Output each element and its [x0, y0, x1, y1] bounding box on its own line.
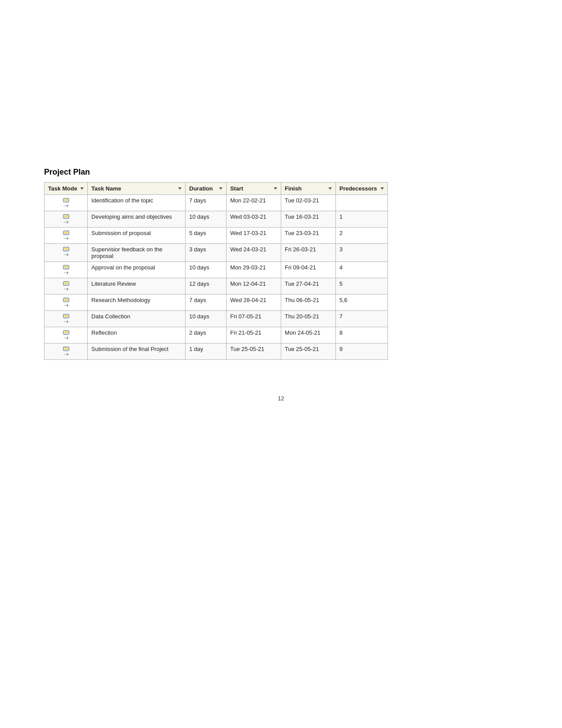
finish-cell: Fri 09-04-21 [281, 262, 336, 278]
start-cell: Fri 07-05-21 [227, 311, 281, 327]
task-mode-icon: ⇢ [63, 347, 69, 357]
task-mode-icon: ⇢ [63, 330, 69, 341]
table-row: ⇢ Reflection2 daysFri 21-05-21Mon 24-05-… [45, 327, 388, 343]
task-mode-cell: ⇢ [45, 343, 88, 360]
task-mode-icon: ⇢ [63, 314, 69, 325]
header-task-mode[interactable]: Task Mode [45, 183, 88, 195]
finish-cell: Thu 06-05-21 [281, 295, 336, 311]
duration-cell: 7 days [186, 295, 227, 311]
header-predecessors[interactable]: Predecessors [335, 183, 387, 195]
duration-cell: 10 days [186, 262, 227, 278]
task-icon-box [63, 214, 69, 219]
task-icon-arrow: ⇢ [63, 318, 69, 325]
page-title: Project Plan [44, 168, 518, 177]
start-cell: Fri 21-05-21 [227, 327, 281, 343]
task-icon-box [63, 265, 69, 269]
table-row: ⇢ Supervisior feedback on the proposal3 … [45, 244, 388, 262]
task-icon-box [63, 314, 69, 318]
task-icon-arrow: ⇢ [63, 335, 69, 341]
finish-cell: Thu 20-05-21 [281, 311, 336, 327]
page-number: 12 [44, 395, 518, 402]
start-cell: Mon 12-04-21 [227, 278, 281, 295]
task-name-cell: Developing aims and objectives [88, 211, 186, 228]
task-icon-arrow: ⇢ [63, 351, 69, 357]
start-cell: Wed 24-03-21 [227, 244, 281, 262]
header-start[interactable]: Start [227, 183, 281, 195]
finish-cell: Tue 02-03-21 [281, 195, 336, 211]
task-mode-dropdown-icon [80, 187, 84, 190]
finish-cell: Tue 25-05-21 [281, 343, 336, 360]
task-name-cell: Approval on the proposal [88, 262, 186, 278]
finish-dropdown-icon [328, 187, 332, 190]
task-name-cell: Submission of proposal [88, 228, 186, 244]
predecessors-cell: 5,6 [335, 295, 387, 311]
finish-cell: Fri 26-03-21 [281, 244, 336, 262]
header-task-name[interactable]: Task Name [88, 183, 186, 195]
duration-cell: 12 days [186, 278, 227, 295]
predecessors-cell: 7 [335, 311, 387, 327]
predecessors-dropdown-icon [380, 187, 384, 190]
task-mode-icon: ⇢ [63, 231, 69, 241]
predecessors-cell: 5 [335, 278, 387, 295]
task-icon-box [63, 330, 69, 335]
predecessors-cell: 1 [335, 211, 387, 228]
start-cell: Mon 29-03-21 [227, 262, 281, 278]
task-mode-icon: ⇢ [63, 214, 69, 225]
task-mode-icon: ⇢ [63, 281, 69, 292]
predecessors-cell: 9 [335, 343, 387, 360]
table-row: ⇢ Identification of the topic7 daysMon 2… [45, 195, 388, 211]
task-mode-cell: ⇢ [45, 327, 88, 343]
content-area: Project Plan Task Mode Task Name [44, 168, 518, 402]
start-dropdown-icon [274, 187, 277, 190]
table-row: ⇢ Data Collection10 daysFri 07-05-21Thu … [45, 311, 388, 327]
start-cell: Wed 17-03-21 [227, 228, 281, 244]
task-icon-arrow: ⇢ [63, 219, 69, 225]
task-name-cell: Supervisior feedback on the proposal [88, 244, 186, 262]
task-icon-box [63, 198, 69, 202]
finish-cell: Tue 16-03-21 [281, 211, 336, 228]
predecessors-cell: 3 [335, 244, 387, 262]
task-icon-box [63, 231, 69, 235]
duration-cell: 2 days [186, 327, 227, 343]
task-mode-cell: ⇢ [45, 295, 88, 311]
start-cell: Wed 28-04-21 [227, 295, 281, 311]
task-mode-cell: ⇢ [45, 244, 88, 262]
task-mode-cell: ⇢ [45, 262, 88, 278]
task-icon-box [63, 347, 69, 351]
predecessors-cell [335, 195, 387, 211]
table-row: ⇢ Literature Review12 daysMon 12-04-21Tu… [45, 278, 388, 295]
duration-cell: 3 days [186, 244, 227, 262]
finish-cell: Mon 24-05-21 [281, 327, 336, 343]
header-finish[interactable]: Finish [281, 183, 336, 195]
task-icon-arrow: ⇢ [63, 286, 69, 292]
task-name-cell: Data Collection [88, 311, 186, 327]
task-icon-arrow: ⇢ [63, 302, 69, 308]
task-mode-cell: ⇢ [45, 211, 88, 228]
table-row: ⇢ Developing aims and objectives10 daysW… [45, 211, 388, 228]
task-name-cell: Research Methodology [88, 295, 186, 311]
task-name-cell: Identification of the topic [88, 195, 186, 211]
task-icon-box [63, 298, 69, 302]
duration-cell: 1 day [186, 343, 227, 360]
task-mode-icon: ⇢ [63, 198, 69, 209]
task-icon-box [63, 281, 69, 286]
predecessors-cell: 8 [335, 327, 387, 343]
task-icon-arrow: ⇢ [63, 269, 69, 276]
task-mode-cell: ⇢ [45, 311, 88, 327]
table-row: ⇢ Approval on the proposal10 daysMon 29-… [45, 262, 388, 278]
table-row: ⇢ Submission of proposal5 daysWed 17-03-… [45, 228, 388, 244]
task-icon-arrow: ⇢ [63, 251, 69, 258]
predecessors-cell: 4 [335, 262, 387, 278]
task-mode-cell: ⇢ [45, 228, 88, 244]
task-mode-icon: ⇢ [63, 247, 69, 258]
task-mode-icon: ⇢ [63, 298, 69, 308]
task-name-cell: Reflection [88, 327, 186, 343]
task-name-cell: Submission of the final Project [88, 343, 186, 360]
task-mode-icon: ⇢ [63, 265, 69, 276]
header-duration[interactable]: Duration [186, 183, 227, 195]
duration-cell: 10 days [186, 311, 227, 327]
task-icon-box [63, 247, 69, 251]
task-mode-cell: ⇢ [45, 278, 88, 295]
start-cell: Wed 03-03-21 [227, 211, 281, 228]
task-icon-arrow: ⇢ [63, 202, 69, 209]
